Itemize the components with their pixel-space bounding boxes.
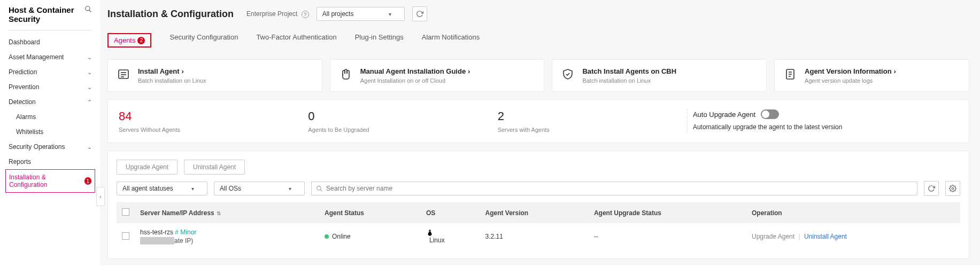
sidebar-item-alarms[interactable]: Alarms bbox=[9, 109, 92, 124]
card-agent-version-info[interactable]: Agent Version Information› Agent version… bbox=[774, 59, 969, 92]
list-icon bbox=[117, 67, 130, 81]
shield-icon bbox=[561, 67, 575, 81]
sidebar-item-reports[interactable]: Reports bbox=[9, 154, 92, 169]
sidebar-item-prediction[interactable]: Prediction⌄ bbox=[9, 65, 92, 80]
step-badge-2: 2 bbox=[137, 37, 145, 44]
card-manual-install-guide[interactable]: Manual Agent Installation Guide› Agent I… bbox=[330, 59, 545, 92]
chevron-up-icon: ⌃ bbox=[87, 99, 92, 106]
sidebar-item-prevention[interactable]: Prevention⌄ bbox=[9, 80, 92, 94]
card-batch-install-cbh[interactable]: Batch Install Agents on CBH Batch instal… bbox=[552, 59, 767, 92]
svg-line-11 bbox=[320, 190, 322, 191]
sidebar-item-asset-management[interactable]: Asset Management⌄ bbox=[9, 50, 92, 65]
svg-point-14 bbox=[430, 231, 431, 231]
sidebar-collapse-handle[interactable]: ‹ bbox=[96, 187, 105, 206]
linux-icon bbox=[426, 229, 475, 237]
svg-point-0 bbox=[86, 6, 90, 11]
column-os: OS bbox=[421, 203, 480, 223]
stat-servers-with-agents: 2 Servers with Agents bbox=[498, 109, 687, 133]
chevron-down-icon: ▾ bbox=[389, 11, 391, 17]
column-agent-status: Agent Status bbox=[319, 203, 421, 223]
uninstall-agent-button[interactable]: Uninstall Agent bbox=[184, 160, 245, 175]
step-badge-1: 1 bbox=[84, 177, 91, 185]
column-server-name[interactable]: Server Name/IP Address⇅ bbox=[135, 203, 319, 223]
chevron-down-icon: ▾ bbox=[191, 186, 194, 192]
tab-agents[interactable]: Agents 2 bbox=[107, 29, 151, 53]
card-install-agent[interactable]: Install Agent› Batch installation on Lin… bbox=[107, 59, 322, 92]
chevron-right-icon: › bbox=[468, 67, 470, 75]
chevron-down-icon: ▾ bbox=[289, 186, 291, 192]
server-name[interactable]: hss-test-rzs bbox=[140, 228, 173, 236]
sort-icon: ⇅ bbox=[217, 210, 221, 216]
column-operation: Operation bbox=[746, 203, 960, 223]
chevron-right-icon: › bbox=[182, 67, 184, 75]
page-title: Installation & Configuration bbox=[107, 9, 234, 20]
tab-alarm-notifications[interactable]: Alarm Notifications bbox=[422, 29, 480, 53]
sidebar-item-security-operations[interactable]: Security Operations⌄ bbox=[9, 139, 92, 154]
tab-two-factor-authentication[interactable]: Two-Factor Authentication bbox=[256, 29, 336, 53]
agent-upgrade-status: -- bbox=[589, 223, 746, 250]
document-icon bbox=[783, 67, 797, 81]
status-dot-icon bbox=[325, 234, 329, 239]
svg-point-10 bbox=[317, 186, 321, 190]
chevron-down-icon: ⌄ bbox=[87, 69, 92, 76]
chevron-right-icon: › bbox=[894, 67, 896, 75]
agent-status: Online bbox=[332, 233, 351, 240]
tab-security-configuration[interactable]: Security Configuration bbox=[169, 29, 238, 53]
auto-upgrade-toggle[interactable] bbox=[761, 109, 779, 119]
svg-line-1 bbox=[89, 10, 91, 12]
agent-status-filter[interactable]: All agent statuses▾ bbox=[117, 182, 207, 195]
enterprise-project-label: Enterprise Project ? bbox=[246, 10, 309, 18]
table-row: hss-test-rzs # Minor xxxxxxxxate IP) Onl… bbox=[117, 223, 960, 250]
row-uninstall-agent-link[interactable]: Uninstall Agent bbox=[804, 233, 847, 240]
agents-table: Server Name/IP Address⇅ Agent Status OS … bbox=[117, 202, 960, 250]
stat-agents-to-upgrade: 0 Agents to Be Upgraded bbox=[308, 109, 497, 133]
sidebar-item-installation-configuration[interactable]: Installation & Configuration 1 bbox=[5, 169, 95, 193]
app-title: Host & Container Security bbox=[9, 5, 92, 23]
main-content: Installation & Configuration Enterprise … bbox=[101, 0, 980, 265]
svg-point-13 bbox=[429, 231, 429, 231]
upgrade-agent-button[interactable]: Upgrade Agent bbox=[117, 160, 178, 175]
select-all-checkbox[interactable] bbox=[122, 208, 129, 216]
ip-masked: xxxxxxxx bbox=[140, 237, 174, 245]
chevron-down-icon: ⌄ bbox=[87, 54, 92, 61]
svg-point-12 bbox=[952, 187, 954, 190]
table-settings-button[interactable] bbox=[945, 181, 960, 196]
refresh-button[interactable] bbox=[412, 6, 427, 21]
agent-version: 3.2.11 bbox=[480, 223, 589, 250]
search-icon[interactable] bbox=[84, 5, 92, 13]
search-icon bbox=[316, 185, 323, 192]
sidebar-item-detection[interactable]: Detection⌃ bbox=[9, 94, 92, 109]
divider bbox=[687, 109, 688, 133]
column-agent-version: Agent Version bbox=[480, 203, 589, 223]
os-name: Linux bbox=[429, 237, 445, 244]
sidebar: Host & Container Security Dashboard Asse… bbox=[0, 0, 101, 265]
table-refresh-button[interactable] bbox=[924, 181, 939, 196]
hand-icon bbox=[339, 67, 353, 81]
os-filter[interactable]: All OSs▾ bbox=[214, 182, 305, 195]
tab-plugin-settings[interactable]: Plug-in Settings bbox=[355, 29, 404, 53]
sidebar-item-whitelists[interactable]: Whitelists bbox=[9, 124, 92, 139]
help-icon[interactable]: ? bbox=[302, 11, 309, 18]
auto-upgrade-block: Auto Upgrade Agent Automatically upgrade… bbox=[693, 109, 958, 131]
chevron-down-icon: ⌄ bbox=[87, 84, 92, 91]
chevron-down-icon: ⌄ bbox=[87, 144, 92, 151]
row-checkbox[interactable] bbox=[122, 232, 129, 240]
column-agent-upgrade-status: Agent Upgrade Status bbox=[589, 203, 746, 223]
tabs: Agents 2 Security Configuration Two-Fact… bbox=[107, 25, 969, 53]
project-select[interactable]: All projects▾ bbox=[317, 7, 405, 21]
stat-servers-without-agents: 84 Servers Without Agents bbox=[119, 109, 308, 133]
server-tag: # Minor bbox=[175, 228, 196, 236]
chevron-left-icon: ‹ bbox=[99, 194, 101, 200]
server-search-input[interactable] bbox=[326, 185, 913, 192]
sidebar-item-dashboard[interactable]: Dashboard bbox=[9, 35, 92, 50]
server-search[interactable] bbox=[311, 182, 917, 195]
row-upgrade-agent-link[interactable]: Upgrade Agent bbox=[752, 233, 794, 240]
